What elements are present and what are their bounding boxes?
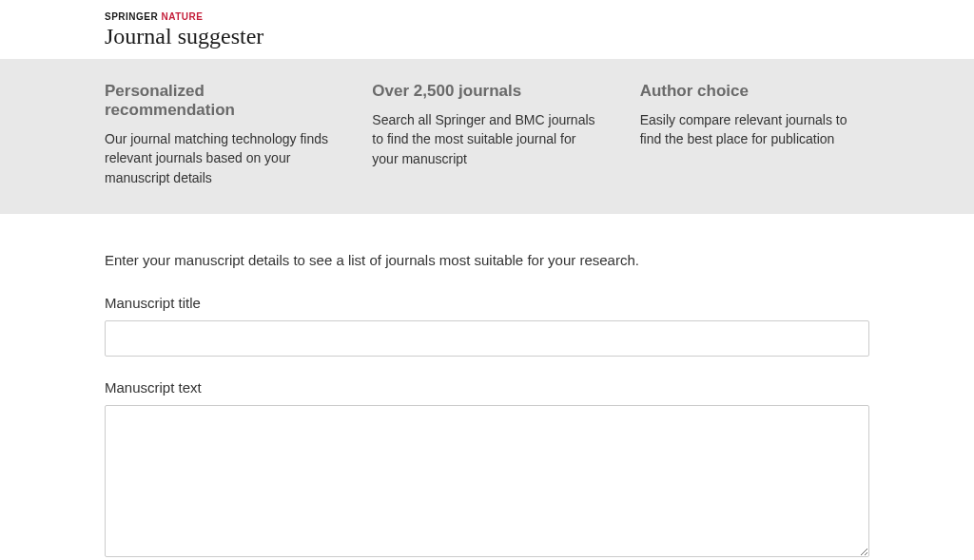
manuscript-text-input[interactable] xyxy=(105,405,869,557)
feature-desc: Easily compare relevant journals to find… xyxy=(640,110,869,149)
manuscript-title-label: Manuscript title xyxy=(105,295,869,311)
feature-title: Personalized recommendation xyxy=(105,82,334,120)
site-title: Journal suggester xyxy=(105,24,869,49)
field-group-text: Manuscript text xyxy=(105,379,869,560)
feature-author-choice: Author choice Easily compare relevant jo… xyxy=(640,82,869,187)
intro-text: Enter your manuscript details to see a l… xyxy=(105,252,869,268)
feature-personalized: Personalized recommendation Our journal … xyxy=(105,82,334,187)
feature-title: Author choice xyxy=(640,82,869,101)
feature-title: Over 2,500 journals xyxy=(372,82,601,101)
manuscript-title-input[interactable] xyxy=(105,320,869,357)
feature-journals: Over 2,500 journals Search all Springer … xyxy=(372,82,601,187)
manuscript-text-label: Manuscript text xyxy=(105,379,869,396)
feature-desc: Search all Springer and BMC journals to … xyxy=(372,110,601,168)
feature-desc: Our journal matching technology finds re… xyxy=(105,129,334,187)
features-band: Personalized recommendation Our journal … xyxy=(0,59,974,214)
brand-part2: NATURE xyxy=(162,11,204,22)
brand-part1: SPRINGER xyxy=(105,11,158,22)
field-group-title: Manuscript title xyxy=(105,295,869,357)
form-section: Enter your manuscript details to see a l… xyxy=(0,214,974,560)
features-row: Personalized recommendation Our journal … xyxy=(105,82,869,187)
brand-logo: SPRINGER NATURE xyxy=(105,11,869,22)
page-header: SPRINGER NATURE Journal suggester xyxy=(0,0,974,59)
